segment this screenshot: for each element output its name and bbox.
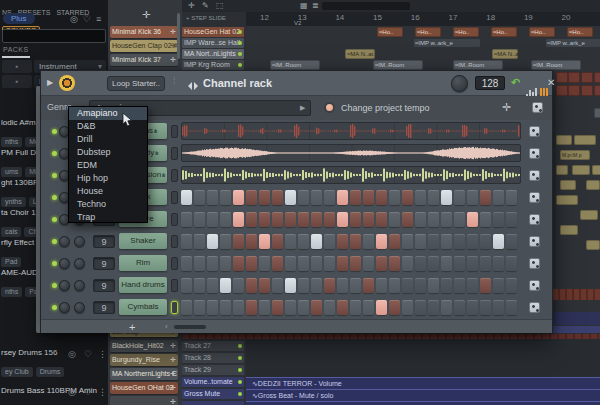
step-cell[interactable]	[389, 212, 400, 227]
clip-band-navy[interactable]	[553, 312, 600, 325]
step-cell[interactable]	[376, 190, 387, 205]
step-cell[interactable]	[415, 190, 426, 205]
step-cell[interactable]	[233, 234, 244, 249]
pattern-clip[interactable]: ≈Ho..	[415, 27, 441, 37]
step-cell[interactable]	[402, 300, 413, 315]
play-circle-icon[interactable]: ◎	[68, 387, 76, 397]
step-cell[interactable]	[298, 190, 309, 205]
step-cell[interactable]	[285, 212, 296, 227]
step-cell[interactable]	[506, 300, 517, 315]
step-cell[interactable]	[272, 256, 283, 271]
step-cell[interactable]	[272, 278, 283, 293]
timeline-bar[interactable]: 121314151617181920V2	[246, 12, 600, 26]
pattern-clip[interactable]: ≈IMP w..ark_e	[545, 38, 600, 48]
step-cell[interactable]	[441, 256, 452, 271]
step-cell[interactable]	[506, 278, 517, 293]
step-cell[interactable]	[363, 212, 374, 227]
channel-select-indicator[interactable]	[171, 169, 178, 182]
mini-clip[interactable]	[556, 72, 568, 83]
window-title-bar[interactable]: ▶ Loop Starter.. ⁞ Channel rack 128 ↶ ✕	[41, 71, 552, 96]
timeline-tick[interactable]: 17	[449, 13, 469, 21]
track-enable-led[interactable]	[238, 30, 242, 34]
scroll-left-icon[interactable]: ‹	[165, 322, 168, 331]
menu-icon[interactable]: ≡	[96, 14, 101, 24]
dropdown-option-house[interactable]: House	[69, 185, 147, 198]
step-cell[interactable]	[350, 256, 361, 271]
step-cell[interactable]	[207, 234, 218, 249]
level-display[interactable]: 9	[93, 279, 115, 292]
mini-clip[interactable]	[568, 85, 580, 96]
plus-filter-chip[interactable]: Plus	[3, 13, 35, 24]
channel-select-indicator[interactable]	[171, 257, 178, 270]
channel-led[interactable]	[52, 261, 57, 266]
pattern-display[interactable]	[322, 2, 410, 10]
track-enable-led[interactable]	[238, 380, 242, 384]
track-header[interactable]: Track 28	[182, 353, 244, 363]
tag-chip[interactable]: nths	[1, 137, 22, 147]
step-cell[interactable]	[441, 278, 452, 293]
channel-led[interactable]	[52, 151, 57, 156]
step-cell[interactable]	[337, 212, 348, 227]
step-cell[interactable]	[220, 300, 231, 315]
randomize-dice-icon[interactable]	[529, 148, 540, 159]
tag-chip[interactable]: cals	[1, 227, 21, 237]
step-cell[interactable]	[246, 278, 257, 293]
step-cell[interactable]	[233, 190, 244, 205]
step-cell[interactable]	[259, 190, 270, 205]
step-cell[interactable]	[480, 278, 491, 293]
step-cell[interactable]	[233, 278, 244, 293]
randomize-dice-icon[interactable]	[529, 302, 540, 313]
tag-chip[interactable]: nths	[1, 287, 22, 297]
tag-chip[interactable]: ynths	[1, 197, 26, 207]
corner-tools-label[interactable]: + STEP SLIDE	[186, 15, 246, 25]
step-cell[interactable]	[350, 234, 361, 249]
step-cell[interactable]	[298, 300, 309, 315]
dropdown-option-trap[interactable]: Trap	[69, 211, 147, 224]
step-cell[interactable]	[350, 300, 361, 315]
clip-band-navy2[interactable]	[553, 326, 600, 333]
step-cell[interactable]	[220, 234, 231, 249]
pattern-clip[interactable]: ≈Ho..	[377, 27, 403, 37]
track-enable-led[interactable]	[238, 344, 242, 348]
step-cell[interactable]	[493, 278, 504, 293]
pan-knob[interactable]	[59, 280, 70, 291]
channel-select-indicator[interactable]	[171, 125, 178, 138]
heart-icon[interactable]: ♡	[84, 387, 92, 397]
audio-waveform-strip[interactable]	[181, 122, 521, 140]
drag-handle-icon[interactable]: ✛	[170, 382, 176, 394]
channel-select-indicator[interactable]	[171, 301, 178, 314]
clip-band-red[interactable]	[553, 289, 600, 300]
mini-clip[interactable]	[594, 85, 600, 96]
step-cell[interactable]	[415, 234, 426, 249]
step-cell[interactable]	[493, 234, 504, 249]
step-cell[interactable]	[441, 234, 452, 249]
randomize-dice-icon[interactable]	[529, 170, 540, 181]
step-cell[interactable]	[402, 234, 413, 249]
drag-handle-icon[interactable]: ✛	[170, 40, 176, 52]
step-cell[interactable]	[402, 278, 413, 293]
step-cell[interactable]	[402, 256, 413, 271]
step-cell[interactable]	[259, 278, 270, 293]
step-cell[interactable]	[285, 190, 296, 205]
track-enable-led[interactable]	[238, 52, 242, 56]
corner-tools[interactable]: + STEP SLIDE	[182, 12, 246, 26]
channel-button-shaker[interactable]: Shaker	[119, 233, 167, 249]
step-cell[interactable]	[363, 234, 374, 249]
step-cell[interactable]	[389, 256, 400, 271]
step-cell[interactable]	[272, 300, 283, 315]
volume-knob[interactable]	[74, 258, 85, 269]
volume-knob[interactable]	[74, 302, 85, 313]
pattern-clip[interactable]: ≈MA N..at	[345, 49, 375, 59]
level-display[interactable]: 9	[93, 301, 115, 314]
tag-chip[interactable]: Pad	[1, 257, 21, 267]
step-cell[interactable]	[272, 234, 283, 249]
step-cell[interactable]	[194, 212, 205, 227]
step-cell[interactable]	[454, 190, 465, 205]
step-cell[interactable]	[285, 300, 296, 315]
track-enable-led[interactable]	[238, 356, 242, 360]
step-cell[interactable]	[376, 300, 387, 315]
audio-waveform-strip[interactable]	[181, 166, 521, 184]
step-cell[interactable]	[220, 256, 231, 271]
search-input[interactable]	[2, 29, 106, 43]
step-cell[interactable]	[311, 256, 322, 271]
